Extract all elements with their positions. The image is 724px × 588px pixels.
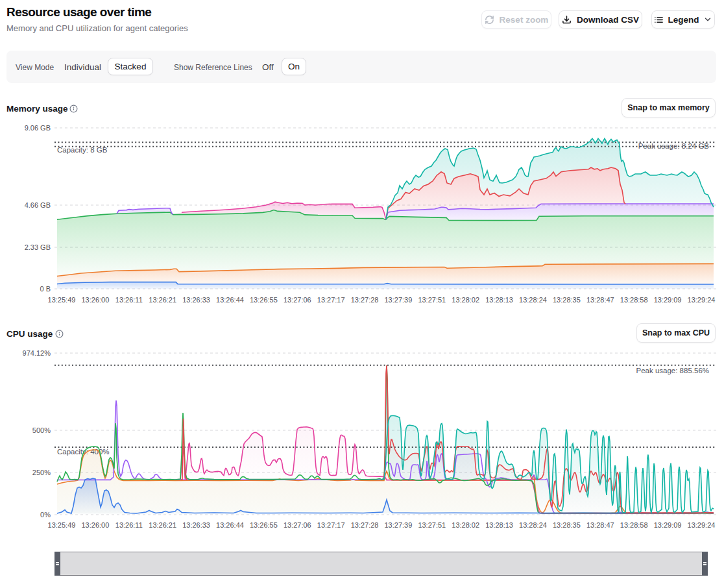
svg-text:13:28:35: 13:28:35 <box>553 521 581 529</box>
svg-text:13:28:35: 13:28:35 <box>553 296 581 304</box>
svg-text:13:28:24: 13:28:24 <box>519 296 547 304</box>
svg-text:Peak usage: 8.24 GB: Peak usage: 8.24 GB <box>638 142 710 150</box>
svg-text:500%: 500% <box>32 426 51 434</box>
svg-text:13:26:44: 13:26:44 <box>216 296 244 304</box>
svg-text:0 B: 0 B <box>40 285 51 293</box>
svg-text:13:27:28: 13:27:28 <box>351 521 379 529</box>
svg-text:13:26:55: 13:26:55 <box>250 521 278 529</box>
svg-text:13:28:58: 13:28:58 <box>620 521 648 529</box>
svg-text:13:27:39: 13:27:39 <box>384 296 412 304</box>
svg-text:13:26:33: 13:26:33 <box>182 296 210 304</box>
svg-text:13:28:13: 13:28:13 <box>485 296 513 304</box>
svg-text:13:27:28: 13:27:28 <box>351 296 379 304</box>
svg-text:13:27:06: 13:27:06 <box>284 521 311 529</box>
svg-text:13:28:13: 13:28:13 <box>485 521 513 529</box>
svg-text:13:28:02: 13:28:02 <box>452 296 479 304</box>
svg-text:13:28:02: 13:28:02 <box>452 521 479 529</box>
svg-text:13:25:49: 13:25:49 <box>48 296 76 304</box>
svg-text:13:29:24: 13:29:24 <box>688 521 716 529</box>
svg-text:250%: 250% <box>32 469 51 476</box>
svg-text:13:28:47: 13:28:47 <box>586 521 614 529</box>
svg-text:0%: 0% <box>40 511 51 519</box>
svg-text:2.33 GB: 2.33 GB <box>25 243 51 251</box>
svg-text:13:27:17: 13:27:17 <box>317 296 345 304</box>
svg-text:13:26:00: 13:26:00 <box>81 521 109 529</box>
svg-text:13:28:47: 13:28:47 <box>586 296 614 304</box>
svg-text:13:27:51: 13:27:51 <box>418 521 446 529</box>
svg-text:13:29:09: 13:29:09 <box>654 521 682 529</box>
svg-text:13:26:11: 13:26:11 <box>115 296 143 304</box>
svg-text:4.66 GB: 4.66 GB <box>25 201 51 209</box>
svg-text:13:28:58: 13:28:58 <box>620 296 648 304</box>
svg-text:13:27:39: 13:27:39 <box>384 521 412 529</box>
svg-text:13:27:06: 13:27:06 <box>284 296 311 304</box>
svg-text:13:29:24: 13:29:24 <box>688 296 716 304</box>
svg-text:13:26:55: 13:26:55 <box>250 296 278 304</box>
svg-text:13:26:33: 13:26:33 <box>182 521 210 529</box>
svg-text:13:29:09: 13:29:09 <box>654 296 682 304</box>
svg-text:13:26:44: 13:26:44 <box>216 521 244 529</box>
svg-text:13:26:11: 13:26:11 <box>115 521 143 529</box>
svg-text:Capacity: 8 GB: Capacity: 8 GB <box>57 146 108 154</box>
svg-text:13:26:21: 13:26:21 <box>149 521 176 529</box>
svg-text:13:26:21: 13:26:21 <box>149 296 176 304</box>
svg-text:Peak usage: 885.56%: Peak usage: 885.56% <box>636 367 709 374</box>
svg-text:13:25:49: 13:25:49 <box>48 521 76 529</box>
svg-text:13:27:51: 13:27:51 <box>418 296 446 304</box>
svg-text:9.06 GB: 9.06 GB <box>25 124 51 132</box>
svg-text:13:28:24: 13:28:24 <box>519 521 547 529</box>
svg-text:13:27:17: 13:27:17 <box>317 521 345 529</box>
svg-text:974.12%: 974.12% <box>23 349 51 357</box>
svg-text:13:26:00: 13:26:00 <box>81 296 109 304</box>
